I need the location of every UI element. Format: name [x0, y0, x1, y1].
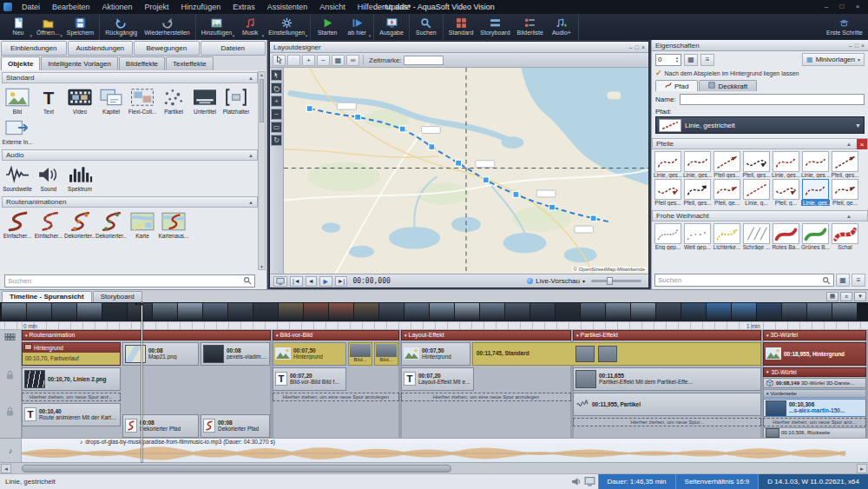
filmstrip-frame-10[interactable] [228, 303, 253, 320]
arrow-template-6[interactable]: Linie, ges... [801, 151, 830, 178]
menu-item-projekt[interactable]: Projekt [139, 0, 175, 14]
filmstrip-frame-29[interactable] [707, 303, 731, 320]
library-item-einfacher-[interactable]: Einfacher... [33, 210, 64, 239]
timeline-clip[interactable]: Hintergrund00:10,70, Farbverlauf [22, 342, 121, 366]
library-item-text[interactable]: TText [33, 86, 64, 115]
section-header-routenanimationen[interactable]: Routenanimationen▲ [2, 196, 258, 208]
filmstrip-frame-3[interactable] [52, 303, 76, 320]
toolbar-ausgabe-button[interactable]: Ausgabe [376, 14, 407, 40]
menu-item-extras[interactable]: Extras [227, 0, 261, 14]
properties-search-input[interactable]: Suchen [654, 274, 834, 287]
properties-maximize-icon[interactable]: □ [855, 43, 858, 49]
timeline-clip[interactable]: 00:11,655Partikel-Effekt Mit dem Partike… [573, 367, 761, 391]
menu-item-bearbeiten[interactable]: Bearbeiten [46, 0, 96, 14]
scroll-right-icon[interactable]: ► [857, 464, 867, 473]
scroll-down-icon[interactable]: ▼ [259, 264, 265, 269]
zoom-fit-icon[interactable]: ▦ [826, 292, 838, 301]
xmas-template-4[interactable]: Schräge ... [742, 223, 771, 250]
menu-item-assistenten[interactable]: Assistenten [261, 0, 314, 14]
timeline-tab-timeline-spuransicht[interactable]: Timeline - Spuransicht [2, 291, 92, 302]
step-back-button[interactable]: ◄ [306, 276, 317, 287]
filmstrip-frame-31[interactable] [757, 303, 781, 320]
section-header-standard[interactable]: Standard▲ [2, 72, 258, 83]
menu-item-ansicht[interactable]: Ansicht [313, 0, 352, 14]
library-item-sound[interactable]: Sound [33, 163, 64, 192]
path-dropdown[interactable]: Linie, gestrichelt ▼ [655, 116, 865, 134]
zoom-slider-knob[interactable] [607, 277, 613, 285]
library-tab-dateien[interactable]: Dateien [201, 41, 266, 56]
library-item-spektrum[interactable]: Spektrum [64, 163, 95, 192]
timeline-scrollbar[interactable]: ◄ ► [0, 462, 868, 473]
timeline-clip[interactable]: 00:08Dekorierter Pfad [122, 414, 199, 438]
xmas-section-header[interactable]: Frohe Weihnacht ▲ [652, 210, 868, 221]
drop-zone[interactable]: Hierher ziehen, um eine neue Spur anzule… [273, 393, 399, 401]
filmstrip-frame-24[interactable] [581, 303, 605, 320]
filmstrip-frame-17[interactable] [404, 303, 429, 320]
filmstrip-frame-1[interactable] [2, 303, 26, 320]
arrow-template-3[interactable]: Pfeil ges... [713, 151, 741, 178]
library-item-kartenaus-[interactable]: Kartenaus... [158, 210, 189, 239]
filmstrip-frame-28[interactable] [681, 303, 706, 320]
grid-icon[interactable]: ▦ [332, 55, 345, 66]
background-checkbox-row[interactable]: ✓ Nach dem Abspielen im Hintergrund lieg… [652, 68, 868, 78]
timeline-clip[interactable]: 00:10,306...s-alex-martin-150... [763, 399, 866, 417]
collapse-icon[interactable]: ▲ [248, 200, 253, 205]
toolbar-audio-plus-button[interactable]: Audio+ [547, 14, 576, 40]
xmas-template-5[interactable]: Rotes Ba... [772, 223, 800, 250]
xmas-template-3[interactable]: Lichterke... [713, 223, 741, 250]
repeat-spinner[interactable]: 0 ▲▼ [655, 54, 681, 66]
zoom-plus-icon[interactable]: + [271, 96, 282, 107]
arrow-template-12[interactable]: Pfeil, g... [772, 179, 800, 206]
rows-icon[interactable]: ≡ [840, 292, 852, 301]
drop-zone[interactable]: Hierher ziehen, um neue Spur anz... [763, 418, 866, 426]
toolbar-musik-button[interactable]: Musik▾ [235, 14, 265, 40]
group-header-layout-effekt[interactable]: ▾Layout-Effekt [401, 330, 571, 340]
timeline-clip[interactable]: 00:18,955, Hintergrund [763, 342, 866, 366]
timeline-clip[interactable]: 00:10,506, Rückseite [763, 427, 866, 438]
rect-tool-icon[interactable]: ▭ [271, 122, 282, 133]
filmstrip-frame-23[interactable] [556, 303, 580, 320]
designer-maximize-icon[interactable]: □ [635, 44, 639, 50]
library-tab-einblendungen[interactable]: Einblendungen [1, 41, 67, 56]
toolbar-speichern-button[interactable]: Speichern [63, 14, 98, 40]
section-header-audio[interactable]: Audio▲ [2, 149, 258, 161]
filmstrip-frame-27[interactable] [656, 303, 681, 320]
filmstrip-frame-26[interactable] [631, 303, 655, 320]
arrow-template-8[interactable]: Pfeil ges... [654, 179, 682, 206]
arrow-template-4[interactable]: Pfeil, ges... [742, 151, 771, 178]
timeline-ruler[interactable]: 0 min 1 min [0, 321, 868, 330]
timeline-clip[interactable]: T00:07,20Layout-Effekt Mit e... [401, 367, 474, 391]
library-tab-ausblendungen[interactable]: Ausblendungen [68, 41, 134, 56]
properties-tab-deckkraft[interactable]: Deckkraft [699, 80, 757, 91]
options-icon[interactable]: ▾ [854, 292, 866, 301]
filmstrip-frame-9[interactable] [203, 303, 227, 320]
collapse-icon[interactable]: ▲ [248, 76, 253, 81]
toolbar-bilderliste-button[interactable]: Bilderliste [514, 14, 547, 40]
group-header-bild-vor-bild[interactable]: ▾Bild-vor-Bild [273, 330, 399, 340]
scroll-up-icon[interactable]: ▲ [259, 72, 265, 77]
window-maximize-icon[interactable]: □ [835, 0, 849, 14]
arrow-template-11[interactable]: Linie, g... [742, 179, 771, 206]
library-item-externe-in-[interactable]: Externe In... [2, 116, 33, 145]
toolbar-ab-hier-button[interactable]: ab hier▾ [342, 14, 372, 40]
library-item-bild[interactable]: Bild [2, 86, 33, 115]
drop-zone[interactable]: Hierher ziehen, um neue Spur anz... [22, 393, 121, 401]
library-item-karte[interactable]: Karte [127, 210, 158, 239]
designer-close-icon[interactable]: × [641, 44, 645, 50]
map-canvas[interactable]: © OpenStreetMap-Mitwirkende [284, 68, 648, 274]
filmstrip-frame-8[interactable] [178, 303, 202, 320]
arrows-section-header[interactable]: Pfeile ▲ × [652, 138, 868, 149]
filmstrip-frame-22[interactable] [530, 303, 555, 320]
object-tab-texteffekte[interactable]: Texteffekte [166, 56, 214, 70]
select-tool-icon[interactable] [273, 55, 286, 66]
timeline-clip[interactable]: Bild... [348, 342, 372, 366]
filmstrip-frame-5[interactable] [102, 303, 127, 320]
object-tab-objekte[interactable]: Objekte [1, 56, 40, 70]
timeline-clip[interactable]: 00:11,955, Partikel [573, 393, 761, 416]
properties-tab-pfad[interactable]: Pfad [655, 80, 698, 91]
library-item-flexi-coll-[interactable]: Flexi-Coll... [127, 86, 158, 115]
designer-minimize-icon[interactable]: – [629, 44, 633, 50]
spinner-arrows-icon[interactable]: ▲▼ [675, 56, 679, 63]
arrow-template-1[interactable]: Linie, ges... [654, 151, 682, 178]
filmstrip-frame-34[interactable] [832, 303, 857, 320]
